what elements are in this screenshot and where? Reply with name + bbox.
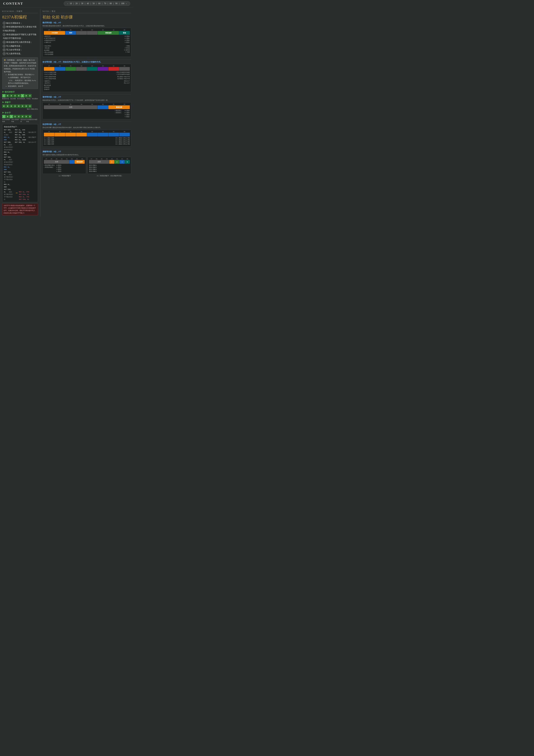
cmd-reg-bits xyxy=(44,67,130,71)
cmd-ann-right: 0 禁止存储器到存储器 1 允许存储器到存储器 禁止通道 0 地址不变 允许通道… xyxy=(116,71,130,91)
req-bit-d2 xyxy=(97,105,108,109)
code-left-col: OUT 5DH, AL ；输出主清令 MOV AL, 00H OUT 50H, … xyxy=(4,129,13,201)
four-mask-section: D7 D6 D5 D4 D3 D2 D1 D0 未用 3 2 xyxy=(88,157,131,177)
mask-bit-0: 0 xyxy=(28,104,32,108)
mode-reg-diagram: D7 D6 D5 D4 D3 D2 D1 D0 方式选择 请求 类型选择 通道 xyxy=(42,28,131,57)
status-bit-label-row: D7 D6 D5 D4 D3 D2 D1 D0 xyxy=(44,131,130,132)
status-reg-diagram: D7 D6 D5 D4 D3 D2 D1 D0 xyxy=(42,130,131,147)
mode-bit-1: 0 xyxy=(24,94,28,97)
single-mask-diagram: D7 D6 D5 D4 D3 D2 D1 D0 未用 通道选择 xyxy=(42,157,86,174)
cmd-reg-title: 命令寄存器：8位，1个：初始化时由CPU写入，以规定8237的操作方式。 xyxy=(42,61,131,63)
four-mask-label: （b）四通道屏蔽字（综合屏蔽寄存器） xyxy=(88,175,131,177)
mask-bit-table: 0 0 0 0 0 0 0 0 xyxy=(2,104,38,108)
code-line: OUT 5AH, AL ；输出屏蔽字 xyxy=(15,136,36,139)
cmd-bit-2: 0 xyxy=(21,115,24,118)
mask-reg-desc: 用于选择允许或禁止各通道接受DMA请求信号DREQ。 xyxy=(42,154,131,156)
notes-header: NOTES | 笔记 xyxy=(42,10,131,13)
cmd-bit-0: 0 xyxy=(28,115,32,118)
single-mask-label: （a）单通道屏蔽字 xyxy=(42,175,86,177)
keywords-title: 8237A初编程 xyxy=(2,14,38,20)
status-bit-d7 xyxy=(44,133,54,136)
status-bit-d6 xyxy=(55,133,65,136)
nav-30[interactable]: 30 xyxy=(81,2,84,5)
cmd-bit-d2 xyxy=(98,67,108,71)
nav-90[interactable]: 90 xyxy=(115,2,118,5)
cmd-bit-4: 0 xyxy=(13,115,17,118)
code-line: OUT 51H, AL xyxy=(19,193,36,196)
mask-bit-5: 0 xyxy=(10,104,13,108)
nav-100[interactable]: 100 xyxy=(120,2,125,5)
mode-ann-right: 00 通道0 01 通道1 10 通道2 11 通道3 0 校验 1 写传送 1… xyxy=(124,35,130,55)
code-line: MOV AL, 00H xyxy=(15,134,36,136)
code-alternate: MOV AL, FFH OUT 51H, AL MOV AL, 7FH OUT … xyxy=(19,191,36,201)
cmd-bit-table: 1 0 1 0 0 0 0 0 xyxy=(2,115,38,118)
nav-sep: | xyxy=(78,2,80,5)
req-register-section: 请求寄存器：8位，1个 初始化时由CPU写入，以便在软件控制下产生一个DMA请求… xyxy=(42,96,131,119)
nav-sep: | xyxy=(84,2,86,5)
nav-40[interactable]: 40 xyxy=(86,2,89,5)
cmd-bit-3: 0 xyxy=(17,115,20,118)
main-content: KEYWORDS | 关键词 8237A初编程 ①输出主清除命令； ②将传送数据… xyxy=(0,7,133,218)
bullet-2: 设定各模式、命令字 xyxy=(8,85,36,88)
step-6: ⑥写入命令寄存器； xyxy=(2,48,38,52)
nav-10[interactable]: 10 xyxy=(69,2,72,5)
status-bit-d1 xyxy=(108,133,119,136)
nav-bar[interactable]: ‹ 10 | 20 | 30 | 40 | 50 | 60 | 70 | 80 … xyxy=(64,1,130,6)
status-bit-d4 xyxy=(76,133,87,136)
bullet-list: 首先确定端口的地址：高位地址 A₇-A₄ 由系统确定，用于选中芯片（CS），在此… xyxy=(5,73,36,88)
nav-60[interactable]: 60 xyxy=(97,2,101,5)
page-title: CONTENT xyxy=(3,2,23,6)
nav-70[interactable]: 70 xyxy=(103,2,107,5)
mode-bit-d2d1: 类型选择 xyxy=(98,31,119,35)
nav-50[interactable]: 50 xyxy=(92,2,95,5)
highlight-note: 当前字节计数器从初始值减到0，还要再传一个字节，从0减到0FFFFH时才能发出E… xyxy=(2,203,38,215)
mode-register-section: 模式寄存器：8位，4个 寄存相应通道的模式控制字，模式控制字初始化时由CPU写入… xyxy=(42,21,131,57)
mask-bit-6: 0 xyxy=(6,104,9,108)
req-reg-bits: 未用 通道选择 xyxy=(44,105,130,109)
nav-80[interactable]: 80 xyxy=(109,2,113,5)
mode-reg-desc: 寄存相应通道的模式控制字，模式控制字初始化时由CPU写入，以规定相应通道的操作模… xyxy=(42,25,131,27)
code-line: OUT 50H, AL ；输出基地址和现行地址的高8位 xyxy=(4,156,13,166)
cmd-bit-label-row: D7 D6 D5 D4 D3 D2 D1 D0 xyxy=(44,65,130,67)
step-list: ①输出主清除命令； ②将传送数据的地址写入基地址与现行地址寄存器； ③将传送数据… xyxy=(2,21,38,56)
cmd-bit-d5 xyxy=(65,67,76,71)
init-code-section: 初始化程序如下： OUT 5DH, AL ；输出主清令 MOV AL, 00H … xyxy=(2,124,38,202)
nav-20[interactable]: 20 xyxy=(75,2,78,5)
code-line: MOV AL, 84H xyxy=(15,129,36,131)
nav-next-icon[interactable]: › xyxy=(125,2,127,5)
divider-3 xyxy=(42,122,131,122)
mask-bit-4: 0 xyxy=(13,104,17,108)
step-2: ②将传送数据的地址写入基地址与现行地址寄存器； xyxy=(2,25,38,33)
req-annotations: 0 通道复位 1 置通道位 00 通道0 01 通道1 10 通道2 11 通道… xyxy=(44,110,130,118)
bullet-1: 首先确定端口的地址：高位地址 A₇-A₄ 由系统确定，用于选中芯片（CS），在此… xyxy=(8,73,36,85)
arrow-and-code: ⇒ MOV AL, FFH OUT 51H, AL MOV AL, 7FH OU… xyxy=(15,191,36,201)
mode-bit-0: 0 xyxy=(28,94,32,97)
mode-ann-left: 0 请求方式 01 单字节传送方式 10 数据块传送方式 11 级联方式 0 地… xyxy=(44,35,55,55)
cmd-bit-d4 xyxy=(76,67,87,71)
left-column: KEYWORDS | 关键词 8237A初编程 ①输出主清除命令； ②将传送数据… xyxy=(0,9,40,216)
mode-section-header: ▶ 模式控制字 xyxy=(2,91,38,94)
status-bit-d3 xyxy=(87,133,97,136)
mode-bit-d5: 请求 xyxy=(65,31,76,35)
nav-prev-icon[interactable]: ‹ xyxy=(67,2,69,5)
mask-bit-3: 0 xyxy=(17,104,20,108)
cmd-bit-1: 0 xyxy=(24,115,28,118)
mode-annotations: 0 请求方式 01 单字节传送方式 10 数据块传送方式 11 级联方式 0 地… xyxy=(44,35,130,55)
divider-4 xyxy=(42,149,131,149)
req-bit-label-row: D7 D6 D5 D4 D3 D2 D1 D0 xyxy=(44,104,130,105)
mask-bit-7: 0 xyxy=(2,104,6,108)
nav-sep: | xyxy=(73,2,74,5)
cmd-bit-5: 1 xyxy=(10,115,13,118)
nav-sep: | xyxy=(101,2,103,5)
status-annotations: D7=1 通道3 请求 D6=1 通道2 请求 D5=1 通道1 请求 D4=1… xyxy=(44,137,130,145)
req-bit-unused: 未用 xyxy=(44,105,97,109)
code-line: MOV AL, 80H xyxy=(4,151,13,156)
status-ann-right: D0=1 通道0 已终止计数 D1=1 通道1 已终止计数 D2=1 通道2 已… xyxy=(115,137,130,145)
mask-reg-title: 屏蔽寄存器：8位，1个 xyxy=(42,150,131,153)
code-line: MOV AL, 0A0H xyxy=(15,139,36,141)
cmd-register-section: 命令寄存器：8位，1个：初始化时由CPU写入，以规定8237的操作方式。 D7 … xyxy=(42,61,131,92)
status-reg-desc: 高4位表示哪个通道还有未处理的DMA请求，低4位表示哪个通道已收到终止计数信号。 xyxy=(42,126,131,129)
cmd-bit-6: 0 xyxy=(6,115,9,118)
cmd-bit-d6 xyxy=(55,67,65,71)
mask-section-header: ▶ 屏蔽字 xyxy=(2,101,38,104)
